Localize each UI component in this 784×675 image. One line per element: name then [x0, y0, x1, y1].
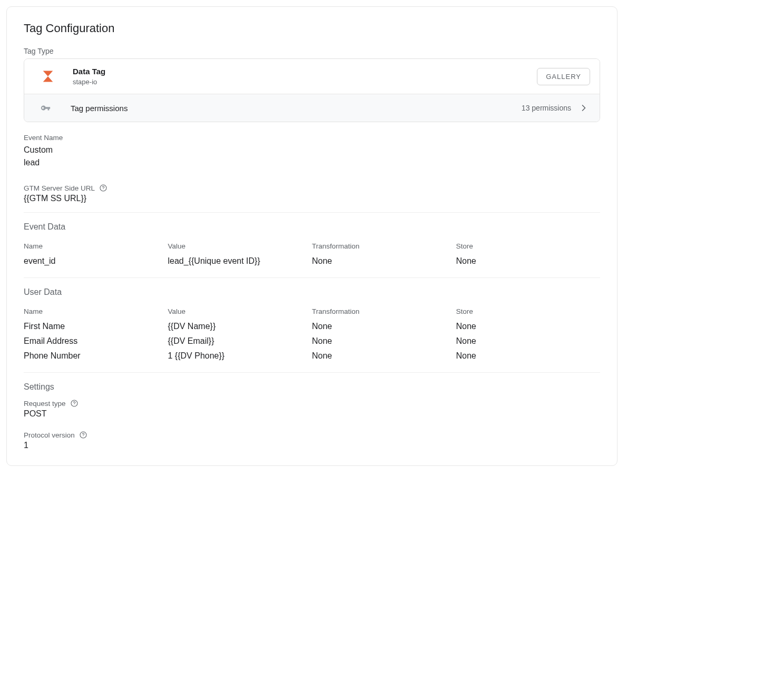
- server-url-value: {{GTM SS URL}}: [24, 192, 600, 205]
- data-tag-icon: [39, 67, 57, 85]
- col-header-name: Name: [24, 304, 168, 320]
- event-name-block: Event Name Custom lead: [24, 134, 600, 169]
- tag-name: Data Tag: [73, 66, 105, 77]
- col-header-store: Store: [456, 304, 601, 320]
- col-header-value: Value: [168, 239, 312, 254]
- key-icon: [39, 102, 52, 114]
- tag-permissions-label: Tag permissions: [71, 104, 128, 113]
- tag-subtitle: stape-io: [73, 78, 105, 87]
- cell-name: event_id: [24, 254, 168, 269]
- col-header-transformation: Transformation: [312, 304, 456, 320]
- cell-transformation: None: [312, 334, 456, 349]
- col-header-name: Name: [24, 239, 168, 254]
- cell-store: None: [456, 334, 601, 349]
- event-data-table: Name Value Transformation Store event_id…: [24, 239, 600, 269]
- request-type-block: Request type POST: [24, 399, 600, 420]
- request-type-value: POST: [24, 408, 600, 420]
- protocol-version-block: Protocol version 1: [24, 431, 600, 452]
- cell-value: {{DV Name}}: [168, 320, 312, 334]
- server-url-label: GTM Server Side URL: [24, 184, 95, 192]
- request-type-label: Request type: [24, 400, 66, 408]
- help-icon[interactable]: [99, 184, 107, 192]
- cell-name: Email Address: [24, 334, 168, 349]
- svg-point-1: [103, 190, 104, 190]
- protocol-version-label: Protocol version: [24, 431, 75, 439]
- event-name-label: Event Name: [24, 134, 600, 142]
- tag-configuration-card: Tag Configuration Tag Type Data Tag stap…: [6, 6, 618, 466]
- request-type-label-row: Request type: [24, 399, 600, 408]
- divider: [24, 277, 600, 278]
- cell-transformation: None: [312, 254, 456, 269]
- table-row: Email Address{{DV Email}}NoneNone: [24, 334, 600, 349]
- cell-store: None: [456, 320, 601, 334]
- cell-transformation: None: [312, 349, 456, 364]
- cell-transformation: None: [312, 320, 456, 334]
- help-icon[interactable]: [79, 431, 87, 439]
- tag-type-text: Data Tag stape-io: [73, 66, 105, 86]
- divider: [24, 212, 600, 213]
- event-name-select: Custom: [24, 144, 600, 156]
- table-row: Phone Number1 {{DV Phone}}NoneNone: [24, 349, 600, 364]
- server-url-label-row: GTM Server Side URL: [24, 184, 600, 192]
- card-title: Tag Configuration: [24, 22, 600, 35]
- settings-title: Settings: [24, 382, 600, 392]
- event-name-custom: lead: [24, 156, 600, 169]
- chevron-right-icon: [579, 103, 589, 113]
- svg-point-3: [74, 405, 74, 405]
- table-row: First Name{{DV Name}}NoneNone: [24, 320, 600, 334]
- cell-store: None: [456, 349, 601, 364]
- server-url-block: GTM Server Side URL {{GTM SS URL}}: [24, 184, 600, 205]
- user-data-title: User Data: [24, 287, 600, 297]
- permissions-count: 13 permissions: [522, 104, 571, 112]
- protocol-version-value: 1: [24, 439, 600, 452]
- tag-type-row[interactable]: Data Tag stape-io GALLERY: [24, 59, 600, 94]
- tag-permissions-row[interactable]: Tag permissions 13 permissions: [24, 94, 600, 122]
- event-data-title: Event Data: [24, 222, 600, 232]
- cell-value: lead_{{Unique event ID}}: [168, 254, 312, 269]
- col-header-transformation: Transformation: [312, 239, 456, 254]
- tag-type-box: Data Tag stape-io GALLERY Tag permission…: [24, 58, 600, 122]
- divider: [24, 372, 600, 373]
- cell-store: None: [456, 254, 601, 269]
- cell-value: {{DV Email}}: [168, 334, 312, 349]
- col-header-value: Value: [168, 304, 312, 320]
- table-row: event_idlead_{{Unique event ID}}NoneNone: [24, 254, 600, 269]
- svg-point-5: [83, 436, 83, 437]
- user-data-table: Name Value Transformation Store First Na…: [24, 304, 600, 364]
- col-header-store: Store: [456, 239, 601, 254]
- protocol-version-label-row: Protocol version: [24, 431, 600, 439]
- gallery-button[interactable]: GALLERY: [537, 68, 590, 85]
- cell-value: 1 {{DV Phone}}: [168, 349, 312, 364]
- cell-name: Phone Number: [24, 349, 168, 364]
- tag-type-label: Tag Type: [24, 47, 600, 55]
- cell-name: First Name: [24, 320, 168, 334]
- help-icon[interactable]: [70, 399, 79, 408]
